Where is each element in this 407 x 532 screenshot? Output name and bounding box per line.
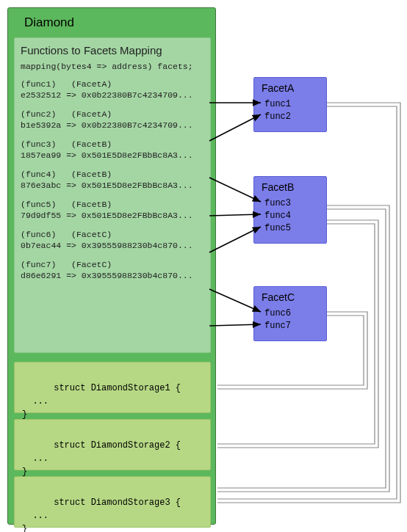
selector: e2532512 [21,90,61,100]
facet-label: (FacetC) [71,230,112,239]
address: 0x0b22380B7c4234709... [82,90,193,100]
mapping-row: (func4) (FacetB) 876e3abc => 0x501E5D8e2… [21,169,204,192]
facet-label: (FacetB) [71,139,112,149]
address: 0x501E5D8e2FBbBc8A3... [82,150,193,160]
diamond-title: Diamond [24,15,74,30]
selector: 79d9df55 [21,211,61,220]
mapping-row: (func3) (FacetB) 1857ea99 => 0x501E5D8e2… [21,139,204,161]
facet-label: (FacetB) [71,200,112,209]
mapping-declaration: mapping(bytes4 => address) facets; [21,61,204,73]
facet-label: (FacetC) [71,260,112,269]
facet-func: func4 [264,210,316,222]
func-label: (func1) [21,79,56,89]
diagram-canvas: Diamond Functions to Facets Mapping mapp… [0,0,407,532]
selector: b1e5392a [21,120,61,130]
selector: 876e3abc [21,181,61,190]
address: 0x39555988230b4c870... [82,241,193,250]
storage-struct-1: struct DiamondStorage1 { ... } [14,362,211,413]
facet-b: FacetB func3 func4 func5 [253,176,327,244]
mapping-row: (func5) (FacetB) 79d9df55 => 0x501E5D8e2… [21,199,204,222]
facet-label: (FacetA) [71,79,112,89]
diamond-container: Diamond Functions to Facets Mapping mapp… [7,7,216,525]
mapping-panel-title: Functions to Facets Mapping [21,44,204,57]
func-label: (func7) [21,260,56,269]
address: 0x39555988230b4c870... [82,271,193,280]
facet-title: FacetC [254,287,326,303]
selector: d86e6291 [21,271,61,280]
facet-func: func2 [264,111,316,123]
facet-func: func6 [264,307,316,320]
address: 0x501E5D8e2FBbBc8A3... [82,181,193,190]
func-label: (func3) [21,139,56,149]
func-label: (func2) [21,109,56,119]
address: 0x501E5D8e2FBbBc8A3... [82,211,193,220]
facet-func: func7 [264,320,316,332]
address: 0x0b22380B7c4234709... [82,120,193,130]
facet-c: FacetC func6 func7 [253,286,327,341]
storage-link-b3 [217,205,389,492]
facet-label: (FacetB) [71,170,112,179]
facet-func: func5 [264,222,316,235]
selector: 0b7eac44 [21,241,61,250]
facet-func: func3 [264,197,316,210]
mapping-row: (func1) (FacetA) e2532512 => 0x0b22380B7… [21,79,204,101]
facet-label: (FacetA) [71,109,112,119]
mapping-panel: Functions to Facets Mapping mapping(byte… [14,37,211,353]
func-label: (func6) [21,230,56,239]
func-label: (func4) [21,170,56,179]
facet-title: FacetA [254,78,326,94]
mapping-row: (func6) (FacetC) 0b7eac44 => 0x395559882… [21,229,204,252]
selector: 1857ea99 [21,150,61,160]
facet-func: func1 [264,98,316,111]
facet-title: FacetB [254,177,326,193]
storage-struct-3: struct DiamondStorage3 { ... } [14,476,211,528]
facet-a: FacetA func1 func2 [253,77,327,132]
mapping-row: (func2) (FacetA) b1e5392a => 0x0b22380B7… [21,109,204,131]
storage-struct-2: struct DiamondStorage2 { ... } [14,419,211,470]
func-label: (func5) [21,200,56,209]
mapping-row: (func7) (FacetC) d86e6291 => 0x395559882… [21,259,204,282]
